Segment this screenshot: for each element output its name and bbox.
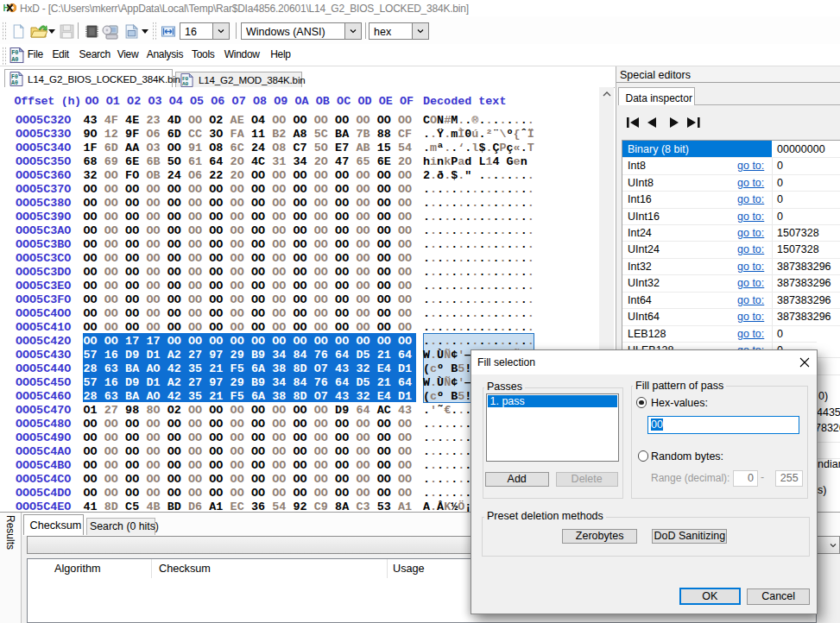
svg-text:A0: A0 <box>182 81 189 87</box>
svg-text:F0: F0 <box>11 74 18 80</box>
svg-text:A0: A0 <box>11 80 18 86</box>
svg-text:A0: A0 <box>11 56 18 63</box>
